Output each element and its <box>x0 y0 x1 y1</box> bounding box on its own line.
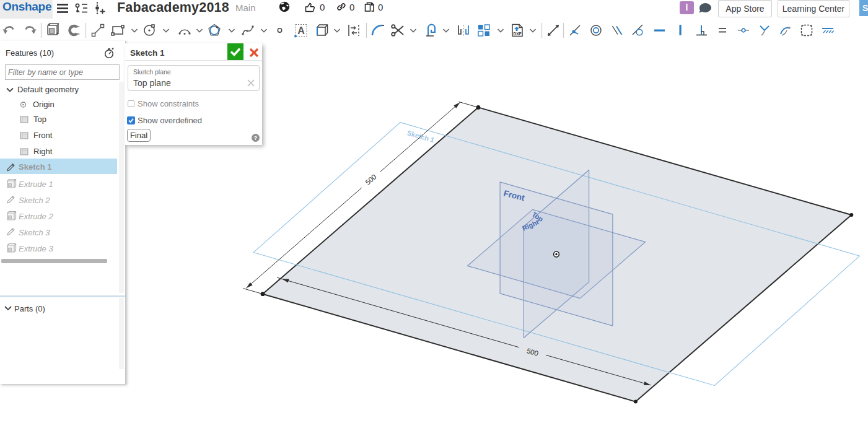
svg-text:500: 500 <box>364 173 377 186</box>
svg-text:DXF: DXF <box>514 32 522 36</box>
svg-text:A: A <box>297 25 305 36</box>
